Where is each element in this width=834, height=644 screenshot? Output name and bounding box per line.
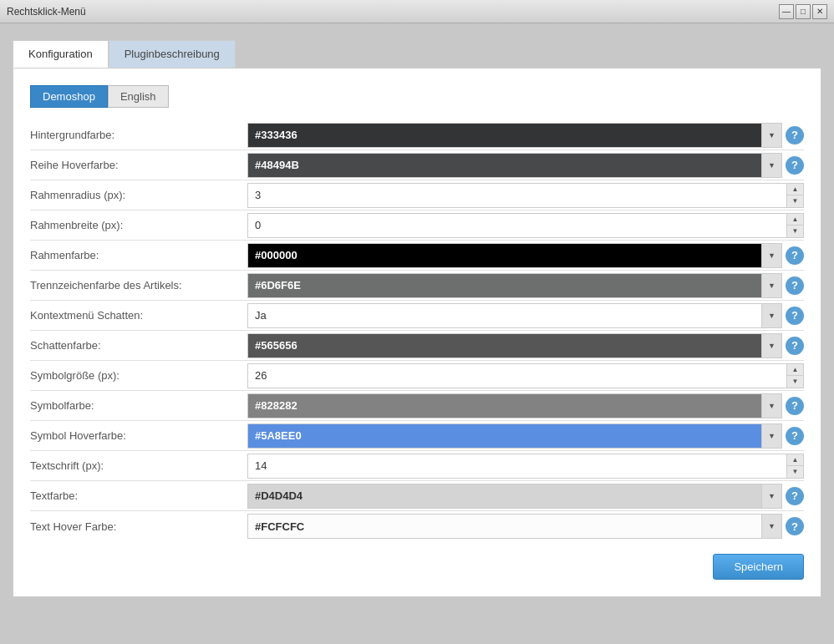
form-row-textschrift: Textschrift (px):14 [30, 451, 804, 481]
color-select-rahmenfarbe[interactable]: #000000 [247, 243, 782, 268]
help-button-kontextmenu-schatten[interactable]: ? [786, 307, 804, 325]
save-row: Speichern [30, 554, 804, 580]
tab-pluginbeschreibung[interactable]: Pluginbeschreibung [109, 40, 236, 68]
main-content: Konfiguration Pluginbeschreibung Demosho… [0, 23, 834, 644]
spinner-down-rahmenradius[interactable] [787, 195, 803, 207]
control-wrap-kontextmenu-schatten: Ja? [247, 303, 804, 328]
color-select-text-hover-farbe[interactable]: #FCFCFC [247, 514, 782, 539]
label-hintergrundfarbe: Hintergrundfarbe: [30, 124, 247, 146]
number-value-textschrift: 14 [248, 459, 786, 472]
form-row-symbol-hoverfarbe: Symbol Hoverfarbe:#5A8EE0? [30, 421, 804, 451]
color-select-symbol-hoverfarbe[interactable]: #5A8EE0 [247, 423, 782, 449]
number-input-textschrift[interactable]: 14 [247, 454, 804, 479]
label-rahmenradius: Rahmenradius (px): [30, 184, 247, 206]
form-row-rahmenbreite: Rahmenbreite (px):0 [30, 210, 804, 241]
color-dropdown-arrow-rahmenfarbe[interactable] [761, 244, 781, 267]
form-rows: Hintergrundfarbe:#333436?Reihe Hoverfarb… [30, 120, 804, 541]
label-textschrift: Textschrift (px): [30, 454, 247, 477]
spinner-up-rahmenbreite[interactable] [787, 214, 803, 226]
color-dropdown-arrow-symbol-hoverfarbe[interactable] [761, 424, 781, 448]
color-value-hintergrundfarbe: #333436 [248, 124, 761, 147]
control-wrap-symbolgroesse: 26 [247, 363, 804, 388]
maximize-button[interactable]: □ [796, 4, 811, 19]
label-textfarbe: Textfarbe: [30, 484, 247, 507]
form-row-text-hover-farbe: Text Hover Farbe:#FCFCFC? [30, 511, 804, 541]
inner-tab-english[interactable]: English [108, 85, 169, 108]
label-kontextmenu-schatten: Kontextmenü Schatten: [30, 304, 247, 327]
color-dropdown-arrow-reihe-hoverfarbe[interactable] [761, 154, 781, 177]
number-value-rahmenbreite: 0 [248, 219, 786, 231]
select-kontextmenu-schatten[interactable]: Ja [247, 303, 782, 328]
control-wrap-rahmenfarbe: #000000? [247, 243, 804, 268]
label-text-hover-farbe: Text Hover Farbe: [30, 515, 247, 538]
select-value-kontextmenu-schatten: Ja [248, 309, 761, 322]
help-button-rahmenfarbe[interactable]: ? [786, 246, 804, 265]
spinner-rahmenradius [786, 184, 803, 207]
label-rahmenfarbe: Rahmenfarbe: [30, 244, 247, 266]
control-wrap-symbol-hoverfarbe: #5A8EE0? [247, 423, 804, 449]
form-row-rahmenradius: Rahmenradius (px):3 [30, 180, 804, 210]
spinner-up-rahmenradius[interactable] [787, 184, 803, 196]
color-select-hintergrundfarbe[interactable]: #333436 [247, 123, 782, 148]
color-dropdown-arrow-symbolfarbe[interactable] [761, 394, 781, 418]
help-button-trennzeichenfarbe[interactable]: ? [786, 276, 804, 295]
help-button-hintergrundfarbe[interactable]: ? [786, 126, 804, 145]
color-select-trennzeichenfarbe[interactable]: #6D6F6E [247, 273, 782, 298]
spinner-textschrift [786, 454, 803, 478]
color-select-symbolfarbe[interactable]: #828282 [247, 393, 782, 418]
spinner-rahmenbreite [786, 214, 803, 237]
label-symbolgroesse: Symbolgröße (px): [30, 364, 247, 387]
color-value-reihe-hoverfarbe: #48494B [248, 154, 761, 177]
number-value-symbolgroesse: 26 [248, 369, 786, 382]
label-trennzeichenfarbe: Trennzeichenfarbe des Artikels: [30, 274, 247, 297]
color-value-rahmenfarbe: #000000 [248, 244, 761, 267]
help-button-symbolfarbe[interactable]: ? [786, 397, 804, 415]
label-rahmenbreite: Rahmenbreite (px): [30, 214, 247, 236]
save-button[interactable]: Speichern [713, 554, 804, 580]
form-row-trennzeichenfarbe: Trennzeichenfarbe des Artikels:#6D6F6E? [30, 271, 804, 301]
form-row-reihe-hoverfarbe: Reihe Hoverfarbe:#48494B? [30, 150, 804, 180]
number-input-rahmenbreite[interactable]: 0 [247, 213, 804, 238]
form-row-symbolfarbe: Symbolfarbe:#828282? [30, 391, 804, 421]
color-select-reihe-hoverfarbe[interactable]: #48494B [247, 153, 782, 178]
spinner-up-textschrift[interactable] [787, 454, 803, 467]
label-symbol-hoverfarbe: Symbol Hoverfarbe: [30, 424, 247, 447]
color-dropdown-arrow-text-hover-farbe[interactable] [761, 515, 781, 538]
title-bar: Rechtsklick-Menü — □ ✕ [0, 0, 834, 23]
help-button-symbol-hoverfarbe[interactable]: ? [786, 427, 804, 445]
color-value-textfarbe: #D4D4D4 [248, 484, 761, 508]
control-wrap-schattenfarbe: #565656? [247, 333, 804, 358]
close-button[interactable]: ✕ [812, 4, 827, 19]
control-wrap-hintergrundfarbe: #333436? [247, 123, 804, 148]
select-arrow-kontextmenu-schatten[interactable] [761, 304, 781, 327]
spinner-down-rahmenbreite[interactable] [787, 226, 803, 237]
label-symbolfarbe: Symbolfarbe: [30, 394, 247, 417]
help-button-reihe-hoverfarbe[interactable]: ? [786, 156, 804, 175]
control-wrap-rahmenbreite: 0 [247, 213, 804, 238]
color-dropdown-arrow-trennzeichenfarbe[interactable] [761, 274, 781, 297]
control-wrap-rahmenradius: 3 [247, 183, 804, 208]
color-value-symbolfarbe: #828282 [248, 394, 761, 418]
help-button-textfarbe[interactable]: ? [786, 487, 804, 505]
form-row-hintergrundfarbe: Hintergrundfarbe:#333436? [30, 120, 804, 150]
spinner-symbolgroesse [786, 364, 803, 388]
color-dropdown-arrow-hintergrundfarbe[interactable] [761, 124, 781, 147]
help-button-text-hover-farbe[interactable]: ? [786, 517, 804, 535]
number-input-symbolgroesse[interactable]: 26 [247, 363, 804, 388]
color-select-textfarbe[interactable]: #D4D4D4 [247, 484, 782, 509]
help-button-schattenfarbe[interactable]: ? [786, 337, 804, 355]
minimize-button[interactable]: — [779, 4, 794, 19]
form-row-rahmenfarbe: Rahmenfarbe:#000000? [30, 241, 804, 271]
label-schattenfarbe: Schattenfarbe: [30, 334, 247, 357]
form-row-symbolgroesse: Symbolgröße (px):26 [30, 361, 804, 391]
spinner-down-symbolgroesse[interactable] [787, 376, 803, 388]
number-input-rahmenradius[interactable]: 3 [247, 183, 804, 208]
spinner-up-symbolgroesse[interactable] [787, 364, 803, 377]
color-select-schattenfarbe[interactable]: #565656 [247, 333, 782, 358]
spinner-down-textschrift[interactable] [787, 466, 803, 478]
window-title: Rechtsklick-Menü [7, 6, 86, 18]
color-dropdown-arrow-textfarbe[interactable] [761, 484, 781, 508]
inner-tab-demoshop[interactable]: Demoshop [30, 85, 108, 108]
color-dropdown-arrow-schattenfarbe[interactable] [761, 334, 781, 357]
tab-konfiguration[interactable]: Konfiguration [13, 40, 109, 68]
